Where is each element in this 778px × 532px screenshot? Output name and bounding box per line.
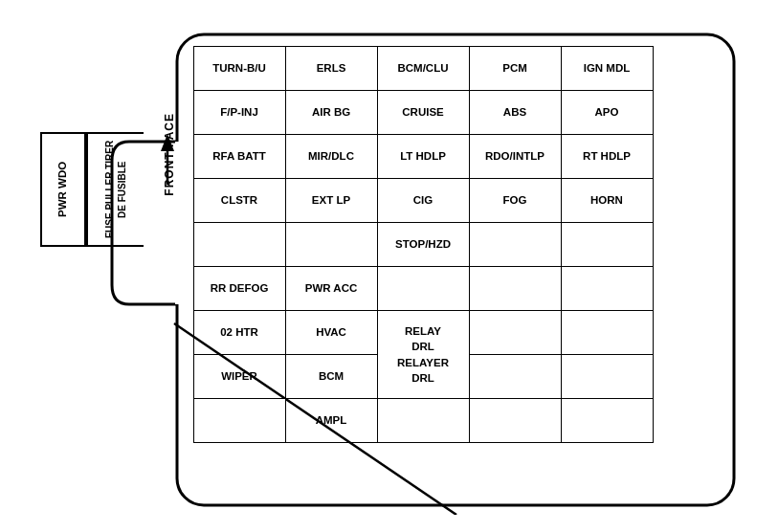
cell-air-bg: AIR BG xyxy=(285,91,377,135)
cell-relay-drl: RELAYDRLRELAYERDRL xyxy=(377,311,469,399)
cell-wiper: WIPER xyxy=(193,355,285,399)
cell-bcm-clu: BCM/CLU xyxy=(377,47,469,91)
cell-rfa-batt: RFA BATT xyxy=(193,135,285,179)
cell-turn-bu: TURN-B/U xyxy=(193,47,285,91)
pwr-wdo-label: PWR WDO xyxy=(56,162,70,217)
cell-empty-13 xyxy=(377,399,469,443)
table-row: TURN-B/U ERLS BCM/CLU PCM IGN MDL xyxy=(193,47,653,91)
cell-empty-6 xyxy=(469,267,561,311)
fuse-table: TURN-B/U ERLS BCM/CLU PCM IGN MDL F/P-IN… xyxy=(193,46,654,443)
cell-02-htr: 02 HTR xyxy=(193,311,285,355)
fuse-puller-label: FUSE PULLER TIRER DE FUSIBLE xyxy=(103,138,128,241)
cell-cruise: CRUISE xyxy=(377,91,469,135)
cell-stop-hzd: STOP/HZD xyxy=(377,223,469,267)
cell-empty-8 xyxy=(469,311,561,355)
cell-pwr-acc: PWR ACC xyxy=(285,267,377,311)
cell-rt-hdlp: RT HDLP xyxy=(561,135,653,179)
cell-empty-10 xyxy=(469,355,561,399)
cell-pcm: PCM xyxy=(469,47,561,91)
cell-apo: APO xyxy=(561,91,653,135)
cell-fog: FOG xyxy=(469,179,561,223)
cell-lt-hdlp: LT HDLP xyxy=(377,135,469,179)
cell-clstr: CLSTR xyxy=(193,179,285,223)
cell-empty-9 xyxy=(561,311,653,355)
cell-ext-lp: EXT LP xyxy=(285,179,377,223)
cell-empty-15 xyxy=(561,399,653,443)
diagram-container: PWR WDO FUSE PULLER TIRER DE FUSIBLE FRO… xyxy=(26,17,753,515)
table-row: STOP/HZD xyxy=(193,223,653,267)
table-row: RR DEFOG PWR ACC xyxy=(193,267,653,311)
pwr-wdo-box: PWR WDO xyxy=(40,132,86,247)
fuse-puller-box: FUSE PULLER TIRER DE FUSIBLE xyxy=(86,132,144,247)
cell-empty-12 xyxy=(193,399,285,443)
table-row: CLSTR EXT LP CIG FOG HORN xyxy=(193,179,653,223)
left-panel: PWR WDO FUSE PULLER TIRER DE FUSIBLE xyxy=(40,132,144,247)
cell-ampl: AMPL xyxy=(285,399,377,443)
cell-horn: HORN xyxy=(561,179,653,223)
cell-abs: ABS xyxy=(469,91,561,135)
cell-fp-inj: F/P-INJ xyxy=(193,91,285,135)
cell-empty-2 xyxy=(285,223,377,267)
table-row: RFA BATT MIR/DLC LT HDLP RDO/INTLP RT HD… xyxy=(193,135,653,179)
cell-bcm: BCM xyxy=(285,355,377,399)
cell-ign-mdl: IGN MDL xyxy=(561,47,653,91)
table-row: 02 HTR HVAC RELAYDRLRELAYERDRL xyxy=(193,311,653,355)
cell-empty-7 xyxy=(561,267,653,311)
table-row: F/P-INJ AIR BG CRUISE ABS APO xyxy=(193,91,653,135)
cell-empty-1 xyxy=(193,223,285,267)
cell-empty-11 xyxy=(561,355,653,399)
cell-empty-5 xyxy=(377,267,469,311)
cell-empty-14 xyxy=(469,399,561,443)
cell-empty-4 xyxy=(561,223,653,267)
cell-cig: CIG xyxy=(377,179,469,223)
cell-mir-dlc: MIR/DLC xyxy=(285,135,377,179)
cell-empty-3 xyxy=(469,223,561,267)
cell-rdo-intlp: RDO/INTLP xyxy=(469,135,561,179)
table-row: AMPL xyxy=(193,399,653,443)
front-face-label: FRONT/FACE xyxy=(163,113,176,196)
cell-erls: ERLS xyxy=(285,47,377,91)
cell-hvac: HVAC xyxy=(285,311,377,355)
cell-rr-defog: RR DEFOG xyxy=(193,267,285,311)
